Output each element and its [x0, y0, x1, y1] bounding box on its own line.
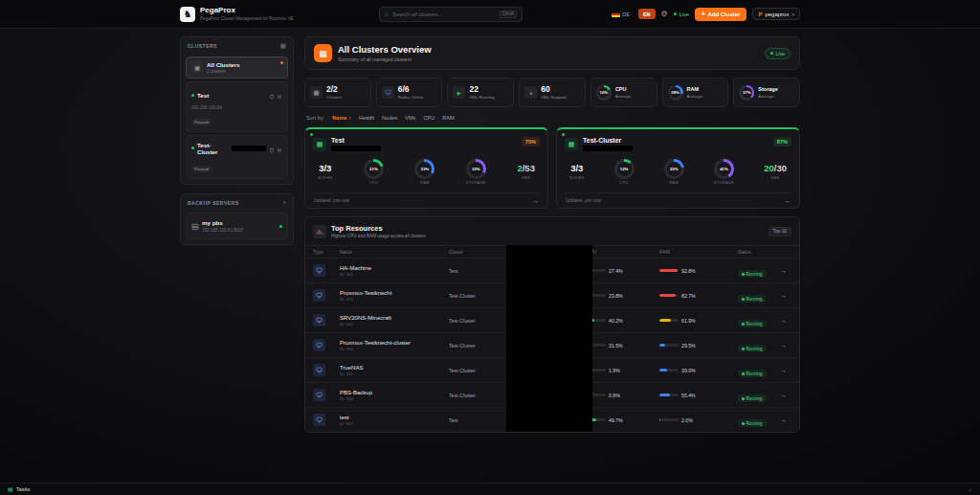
vm-id: ID: 100 [340, 347, 445, 351]
stat-clusters: ▦ 2/2 Clusters [304, 78, 371, 107]
cpu-value: 0.9% [609, 393, 620, 398]
sort-by-label: Sort by: [306, 115, 324, 121]
add-backup-server-button[interactable]: + [282, 200, 286, 207]
backup-servers-panel: BACKUP SERVERS + my pbs 192.168.100.61:8… [180, 193, 294, 246]
sidebar-item-all-clusters[interactable]: ▦ All Clusters 2 clusters [186, 56, 288, 79]
sort-option-ram[interactable]: RAM [442, 115, 454, 121]
delete-cluster-icon[interactable] [269, 86, 275, 103]
top-resources-icon [313, 225, 326, 238]
row-arrow-icon[interactable]: → [780, 342, 791, 349]
online-dot-icon [310, 133, 313, 136]
lang-de-button[interactable]: DE [609, 10, 633, 19]
grid-icon[interactable]: ▦ [280, 43, 286, 50]
status-badge: Running [738, 295, 767, 303]
stat-label: Clusters [326, 95, 342, 100]
live-dot-icon [674, 12, 678, 16]
arrow-right-icon[interactable]: → [784, 197, 791, 204]
app-name: PegaProx [200, 7, 294, 15]
vm-icon [313, 264, 325, 277]
stat-vms-running: ▶ 22 VMs Running [447, 78, 514, 107]
status-badge: Running [738, 419, 767, 427]
vm-cluster: Test [449, 417, 504, 423]
sort-option-health[interactable]: Health [359, 115, 374, 121]
stat-value: 6/6 [398, 85, 424, 94]
search-bar[interactable]: ⌕ Ctrl+K [379, 7, 523, 22]
search-input[interactable] [392, 11, 495, 17]
row-arrow-icon[interactable]: → [780, 267, 791, 274]
row-arrow-icon[interactable]: → [780, 367, 791, 373]
cpu-value: 49.7% [609, 417, 623, 423]
live-badge-label: Live [776, 51, 785, 56]
sort-option-nodes[interactable]: Nodes [382, 115, 397, 121]
arrow-right-icon[interactable]: → [532, 197, 539, 204]
vm-id: ID: 113 [340, 297, 445, 302]
topbar-controls: DE EN ⚙ Live + Add Cluster P pegaprox ▾ [609, 8, 800, 21]
app-subtitle: PegaProx Cluster Management for Proxmox … [200, 16, 294, 21]
donut-label: STORAGE [466, 181, 486, 185]
pause-cluster-icon[interactable] [277, 86, 282, 103]
vm-icon [313, 339, 325, 351]
stat-cpu-average: 16% CPU Average [590, 78, 657, 107]
status-badge: Running [738, 394, 767, 402]
sidebar-item-my-pbs[interactable]: my pbs 192.168.100.61:8007 [186, 213, 288, 239]
ram-value: 55.4% [681, 393, 696, 398]
cluster-card-test[interactable]: ▦ Test 75% 3/3 NODES 21% CPU [304, 127, 548, 209]
updated-timestamp: Updated: just now [566, 198, 601, 203]
sort-option-vms[interactable]: VMs [405, 115, 415, 121]
all-clusters-label: All Clusters [207, 61, 239, 68]
sort-option-name[interactable]: Name ↑ [332, 115, 351, 121]
vm-cluster: Test-Cluster [449, 368, 504, 373]
user-menu[interactable]: P pegaprox ▾ [752, 8, 800, 20]
row-arrow-icon[interactable]: → [780, 292, 791, 299]
cluster-ip: 192.168.100.94 [191, 105, 282, 110]
stat-title: RAM [687, 87, 702, 93]
status-dot-icon [742, 348, 745, 350]
overview-header-card: ▦ All Clusters Overview Summary of all m… [304, 36, 800, 70]
tasks-bar[interactable]: ▤ Tasks ⌄ [0, 483, 980, 495]
plus-icon: + [702, 11, 705, 17]
stat-value: 2/2 [326, 85, 342, 94]
settings-gear-icon[interactable]: ⚙ [661, 11, 668, 18]
redacted-column [506, 245, 592, 432]
vm-name: Proxmox-Testknecht-cluster [340, 340, 445, 346]
vm-name: PBS-Backup [340, 390, 445, 395]
nodes-label: NODES [318, 176, 333, 180]
stat-label: VMs Running [469, 95, 494, 100]
page-title: All Clusters Overview [338, 44, 432, 55]
sidebar-item-test-cluster[interactable]: Test-Cluster Paused [186, 135, 288, 179]
status-dot-icon [742, 273, 745, 276]
row-arrow-icon[interactable]: → [780, 317, 791, 324]
ram-value: 29.5% [681, 343, 696, 349]
vm-cluster: Test-Cluster [449, 393, 504, 398]
search-shortcut: Ctrl+K [500, 11, 518, 18]
cluster-name: Test [197, 92, 209, 99]
stat-label: Nodes Online [398, 95, 424, 100]
top10-badge: Top 10 [768, 227, 791, 236]
vm-id: ID: 124 [340, 396, 445, 401]
online-dot-icon [191, 146, 194, 149]
delete-cluster-icon[interactable] [269, 140, 275, 157]
vm-id: ID: 101 [340, 272, 445, 277]
sort-option-cpu[interactable]: CPU [423, 115, 434, 121]
cpu-value: 31.5% [609, 343, 623, 349]
topbar: ♞ PegaProx PegaProx Cluster Management f… [0, 0, 980, 29]
pause-cluster-icon[interactable] [277, 140, 282, 157]
ram-value: 92.8% [681, 268, 696, 274]
ram-value: 61.9% [681, 318, 696, 324]
cpu-donut: 16% [596, 85, 612, 101]
row-arrow-icon[interactable]: → [780, 416, 791, 423]
page-subtitle: Summary of all managed clusters [338, 56, 432, 62]
cluster-card-test-cluster[interactable]: ▦ Test-Cluster 87% 3/3 NODES 12% CPU [556, 127, 800, 209]
add-cluster-button[interactable]: + Add Cluster [695, 8, 747, 21]
lang-en-button[interactable]: EN [638, 9, 656, 19]
app-logo: ♞ [180, 7, 195, 22]
stop-icon: ■ [524, 86, 537, 99]
all-clusters-sub: 2 clusters [207, 69, 239, 74]
row-arrow-icon[interactable]: → [780, 392, 791, 398]
nodes-label: NODES [569, 176, 585, 180]
sidebar-item-test[interactable]: Test 192.168.100.94 Paused [186, 81, 288, 132]
vm-name: HA-Machine [340, 265, 445, 271]
vms-label: VMS [764, 176, 787, 180]
chevron-down-icon[interactable]: ⌄ [968, 486, 972, 492]
ram-value: 82.7% [681, 293, 696, 299]
